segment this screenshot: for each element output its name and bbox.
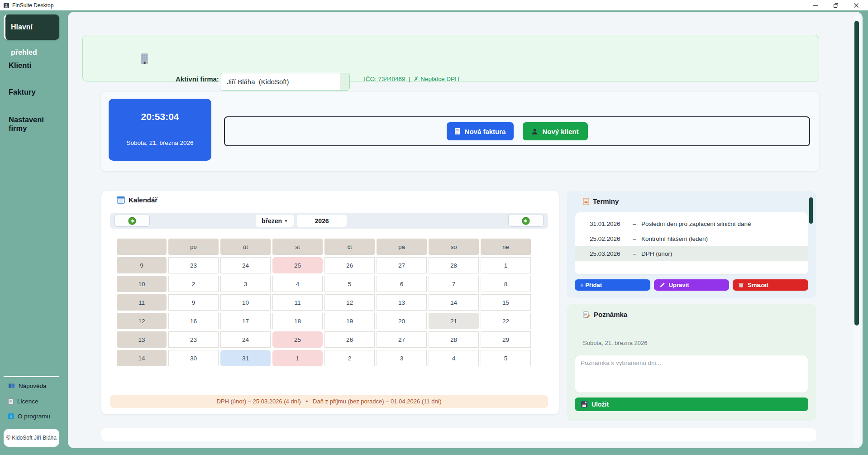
chevron-down-icon: ▼ — [284, 219, 288, 223]
calendar-day[interactable]: 5 — [481, 350, 531, 366]
calendar-day[interactable]: 28 — [429, 257, 479, 273]
calendar-day[interactable]: 3 — [220, 276, 271, 292]
calendar-day[interactable]: 20 — [377, 313, 427, 329]
calendar-day[interactable]: 9 — [168, 294, 219, 311]
calendar-day[interactable]: 28 — [429, 331, 479, 348]
calendar-day[interactable]: 31 — [220, 350, 271, 366]
sidebar-item-invoices[interactable]: Faktury — [9, 88, 36, 96]
sidebar-item-licence[interactable]: Licence — [8, 398, 38, 405]
edit-deadline-button[interactable]: Upravit — [654, 279, 730, 291]
calendar-day[interactable]: 2 — [324, 350, 375, 366]
sidebar-item-clients[interactable]: Klienti — [9, 61, 31, 70]
sidebar-item-overview[interactable]: Hlavní přehled — [4, 14, 59, 40]
memo-pencil-icon — [583, 311, 590, 318]
calendar-day[interactable]: 25 — [272, 331, 323, 348]
year-spinner[interactable]: 2026 — [297, 215, 347, 227]
sidebar-item-label: Licence — [17, 398, 38, 405]
deadline-list-scrollbar[interactable] — [809, 197, 813, 224]
deadline-date: 25.02.2026 — [590, 235, 628, 242]
calendar-title: Kalendář — [117, 196, 157, 204]
calendar-day[interactable]: 25 — [272, 257, 323, 273]
add-deadline-button[interactable]: + Přidat — [575, 279, 650, 291]
sidebar-item-help[interactable]: Nápověda — [8, 383, 47, 389]
calendar-day[interactable]: 13 — [377, 294, 427, 311]
new-invoice-button[interactable]: Nová faktura — [447, 122, 514, 140]
note-panel: Poznámka Sobota, 21. března 2026 Uložit — [567, 304, 816, 421]
delete-deadline-button[interactable]: Smazat — [733, 279, 808, 291]
calendar-day[interactable]: 11 — [272, 294, 323, 311]
quick-actions-card: 20:53:04 Sobota, 21. března 2026 Nová fa… — [101, 92, 819, 171]
calendar-day-header: st — [272, 239, 323, 255]
calendar-day[interactable]: 23 — [168, 257, 219, 273]
calendar-day[interactable]: 14 — [429, 294, 479, 311]
note-input[interactable] — [575, 355, 808, 393]
calendar-day[interactable]: 1 — [272, 350, 323, 366]
deadline-text: Poslední den pro zaplacení silniční daně — [641, 220, 751, 227]
calendar-day-header: čt — [324, 239, 375, 255]
calendar-day[interactable]: 3 — [377, 350, 427, 366]
month-select[interactable]: březen ▼ — [256, 215, 294, 227]
calendar-day[interactable]: 22 — [481, 313, 531, 329]
calendar-day[interactable]: 5 — [324, 276, 375, 292]
calendar-day[interactable]: 10 — [220, 294, 271, 311]
deadline-dash: – — [628, 250, 641, 257]
calendar-day[interactable]: 15 — [481, 294, 531, 311]
save-note-button[interactable]: Uložit — [575, 398, 808, 411]
deadline-item[interactable]: 31.01.2026–Poslední den pro zaplacení si… — [575, 216, 808, 231]
deadline-buttons: + Přidat Upravit Smazat — [575, 279, 808, 291]
calendar-day[interactable]: 30 — [168, 350, 219, 366]
calendar-day[interactable]: 23 — [168, 331, 219, 348]
main-card: Aktivní firma: Jiří Bláha (KidoSoft) IČO… — [68, 12, 863, 448]
calendar-day[interactable]: 16 — [168, 313, 219, 329]
company-select-dropdown-zone[interactable] — [340, 73, 349, 90]
calendar-day[interactable]: 24 — [220, 257, 271, 273]
calendar-week-number: 13 — [117, 331, 167, 348]
clock-date: Sobota, 21. března 2026 — [109, 139, 211, 146]
calendar-day[interactable]: 24 — [220, 331, 271, 348]
calendar-day-header: út — [220, 239, 271, 255]
calendar-day[interactable]: 1 — [481, 257, 531, 273]
calendar-day[interactable]: 6 — [377, 276, 427, 292]
calendar-day[interactable]: 7 — [429, 276, 479, 292]
calendar-day[interactable]: 26 — [324, 331, 375, 348]
calendar-day[interactable]: 27 — [377, 257, 427, 273]
calendar-day[interactable]: 26 — [324, 257, 375, 273]
sidebar-item-label: O programu — [18, 413, 50, 420]
restore-button[interactable] — [825, 0, 846, 10]
deadline-item[interactable]: 25.02.2026–Kontrolní hlášení (leden) — [575, 231, 808, 246]
company-select[interactable]: Jiří Bláha (KidoSoft) — [220, 73, 350, 91]
sidebar-item-about[interactable]: O programu — [8, 413, 50, 420]
calendar-day[interactable]: 17 — [220, 313, 271, 329]
floppy-disk-icon — [581, 401, 587, 407]
calendar-day[interactable]: 29 — [481, 331, 531, 348]
calendar-day[interactable]: 8 — [481, 276, 531, 292]
new-client-button[interactable]: Nový klient — [523, 122, 588, 140]
save-note-label: Uložit — [591, 401, 609, 408]
window-scrollbar[interactable] — [854, 15, 860, 445]
calendar-day[interactable]: 4 — [429, 350, 479, 366]
close-button[interactable] — [846, 0, 866, 10]
window-scrollbar-thumb[interactable] — [854, 21, 859, 326]
calendar-day[interactable]: 19 — [324, 313, 375, 329]
trash-icon — [738, 282, 744, 288]
next-section-card — [101, 428, 816, 441]
info-icon — [8, 413, 14, 419]
calendar-next-button[interactable] — [508, 215, 544, 227]
sidebar: Hlavní přehled Klienti Faktury Nastavení… — [0, 10, 63, 455]
sidebar-item-company-settings[interactable]: Nastavení firmy — [9, 115, 63, 133]
calendar-day[interactable]: 21 — [429, 313, 479, 329]
calendar-deadline-strip: DPH (únor) – 25.03.2026 (4 dní) • Daň z … — [110, 395, 548, 408]
calendar-day[interactable]: 4 — [272, 276, 323, 292]
calendar-nav: březen ▼ 2026 — [110, 213, 548, 229]
calendar-day[interactable]: 2 — [168, 276, 219, 292]
calendar-day[interactable]: 12 — [324, 294, 375, 311]
calendar-prev-button[interactable] — [114, 215, 150, 227]
sidebar-divider — [4, 376, 59, 377]
minimize-button[interactable] — [805, 0, 825, 10]
calendar-day[interactable]: 18 — [272, 313, 323, 329]
new-invoice-label: Nová faktura — [465, 128, 506, 135]
calendar-day[interactable]: 27 — [377, 331, 427, 348]
deadline-dash: – — [628, 220, 641, 227]
deadline-item[interactable]: 25.03.2026–DPH (únor) — [575, 246, 808, 261]
sidebar-item-label: Nápověda — [19, 383, 47, 389]
